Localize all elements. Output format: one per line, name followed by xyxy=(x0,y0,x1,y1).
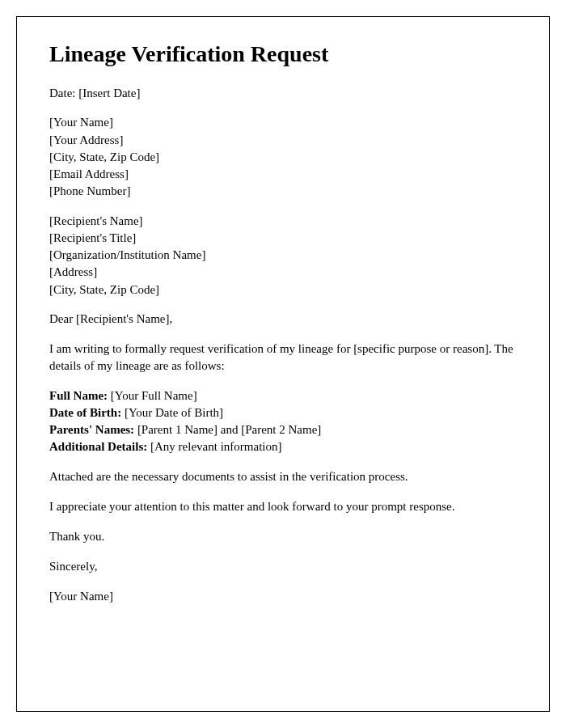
full-name-label: Full Name: xyxy=(49,389,108,402)
recipient-block: [Recipient's Name] [Recipient's Title] [… xyxy=(49,213,517,298)
sender-address: [Your Address] xyxy=(49,132,517,148)
sender-name: [Your Name] xyxy=(49,114,517,130)
sender-phone: [Phone Number] xyxy=(49,183,517,199)
additional-value: [Any relevant information] xyxy=(150,440,281,453)
dob-label: Date of Birth: xyxy=(49,406,121,419)
date-label: Date: xyxy=(49,87,75,99)
parents-value: [Parent 1 Name] and [Parent 2 Name] xyxy=(137,423,321,436)
full-name-value: [Your Full Name] xyxy=(111,389,197,402)
signature: [Your Name] xyxy=(49,588,517,605)
appreciate-paragraph: I appreciate your attention to this matt… xyxy=(49,498,517,515)
sender-block: [Your Name] [Your Address] [City, State,… xyxy=(49,114,517,199)
date-value: [Insert Date] xyxy=(78,87,140,99)
thank-you: Thank you. xyxy=(49,528,517,545)
closing: Sincerely, xyxy=(49,558,517,575)
date-block: Date: [Insert Date] xyxy=(49,85,517,101)
recipient-org: [Organization/Institution Name] xyxy=(49,247,517,263)
recipient-city-state-zip: [City, State, Zip Code] xyxy=(49,281,517,298)
parents-label: Parents' Names: xyxy=(49,423,134,436)
sender-email: [Email Address] xyxy=(49,166,517,182)
recipient-address: [Address] xyxy=(49,264,517,280)
intro-paragraph: I am writing to formally request verific… xyxy=(49,341,517,375)
sender-city-state-zip: [City, State, Zip Code] xyxy=(49,149,517,165)
salutation: Dear [Recipient's Name], xyxy=(49,311,517,328)
dob-value: [Your Date of Birth] xyxy=(125,406,223,419)
additional-label: Additional Details: xyxy=(49,440,147,453)
page-title: Lineage Verification Request xyxy=(49,41,517,67)
recipient-name: [Recipient's Name] xyxy=(49,213,517,229)
details-block: Full Name: [Your Full Name] Date of Birt… xyxy=(49,387,517,455)
document-frame: Lineage Verification Request Date: [Inse… xyxy=(16,16,550,712)
recipient-title: [Recipient's Title] xyxy=(49,230,517,246)
attached-paragraph: Attached are the necessary documents to … xyxy=(49,468,517,485)
